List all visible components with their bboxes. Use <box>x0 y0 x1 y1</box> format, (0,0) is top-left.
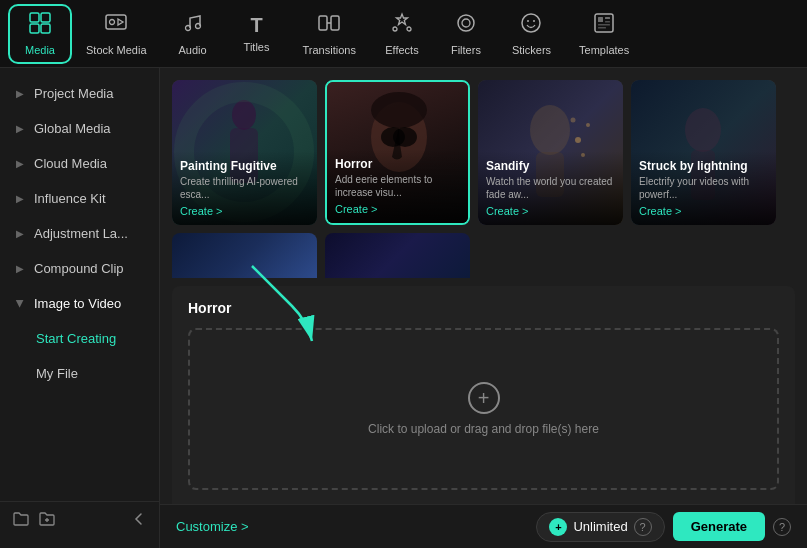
thumbnail-horror[interactable]: Horror Add eerie elements to increase vi… <box>325 80 470 225</box>
titles-icon: T <box>250 14 262 37</box>
nav-label-templates: Templates <box>579 44 629 56</box>
sidebar-item-global-media[interactable]: ▶ Global Media <box>0 111 159 146</box>
thumbnail-partial-1[interactable] <box>172 233 317 278</box>
nav-item-transitions[interactable]: Transitions <box>289 6 370 62</box>
upload-area[interactable]: + Click to upload or drag and drop file(… <box>188 328 779 490</box>
unlimited-help-icon[interactable]: ? <box>634 518 652 536</box>
arrow-icon: ▶ <box>16 88 24 99</box>
upload-text: Click to upload or drag and drop file(s)… <box>368 422 599 436</box>
svg-point-31 <box>575 137 581 143</box>
thumb-desc-painting: Create thrilling AI-powered esca... <box>180 175 309 201</box>
svg-rect-1 <box>41 13 50 22</box>
svg-point-11 <box>407 27 411 31</box>
svg-point-13 <box>462 19 470 27</box>
nav-label-effects: Effects <box>385 44 418 56</box>
thumb-create-lightning[interactable]: Create > <box>639 205 768 217</box>
svg-rect-2 <box>30 24 39 33</box>
upload-plus-icon: + <box>468 382 500 414</box>
svg-point-10 <box>393 27 397 31</box>
svg-point-15 <box>533 20 535 22</box>
thumbnail-struck-by-lightning[interactable]: Struck by lightning Electrify your video… <box>631 80 776 225</box>
nav-item-templates[interactable]: Templates <box>565 6 643 62</box>
thumbnails-row2 <box>160 233 807 286</box>
sidebar-item-adjustment-la[interactable]: ▶ Adjustment La... <box>0 216 159 251</box>
nav-label-transitions: Transitions <box>303 44 356 56</box>
audio-icon <box>182 12 204 40</box>
sidebar-item-cloud-media[interactable]: ▶ Cloud Media <box>0 146 159 181</box>
panel-title: Horror <box>188 300 779 316</box>
unlimited-label: Unlimited <box>573 519 627 534</box>
transitions-icon <box>318 12 340 40</box>
sidebar-subitem-start-creating[interactable]: Start Creating <box>0 321 159 356</box>
sidebar-label-adjustment-la: Adjustment La... <box>34 226 128 241</box>
sidebar-item-compound-clip[interactable]: ▶ Compound Clip <box>0 251 159 286</box>
thumbnail-painting-fugitive[interactable]: Painting Fugitive Create thrilling AI-po… <box>172 80 317 225</box>
nav-item-effects[interactable]: Effects <box>370 6 434 62</box>
thumb-overlay-horror: Horror Add eerie elements to increase vi… <box>327 149 468 223</box>
thumb-overlay-sandify: Sandify Watch the world you created fade… <box>478 151 623 225</box>
sidebar-item-image-to-video[interactable]: ▶ Image to Video <box>0 286 159 321</box>
thumbnail-partial-2[interactable] <box>325 233 470 278</box>
filters-icon <box>455 12 477 40</box>
svg-rect-9 <box>331 16 339 30</box>
sidebar-label-cloud-media: Cloud Media <box>34 156 107 171</box>
arrow-icon: ▶ <box>16 193 24 204</box>
footer-bar: Customize > + Unlimited ? Generate ? <box>160 504 807 548</box>
sidebar-item-influence-kit[interactable]: ▶ Influence Kit <box>0 181 159 216</box>
effects-icon <box>391 12 413 40</box>
media-icon <box>29 12 51 40</box>
nav-label-audio: Audio <box>178 44 206 56</box>
thumb-title-painting: Painting Fugitive <box>180 159 309 173</box>
top-nav: Media Stock Media Audio T Titles <box>0 0 807 68</box>
generate-button[interactable]: Generate <box>673 512 765 541</box>
svg-rect-8 <box>319 16 327 30</box>
thumbnail-sandify[interactable]: Sandify Watch the world you created fade… <box>478 80 623 225</box>
stock-media-icon <box>105 12 127 40</box>
customize-link[interactable]: Customize > <box>176 519 249 534</box>
nav-item-filters[interactable]: Filters <box>434 6 498 62</box>
folder-plus-icon[interactable] <box>38 510 56 532</box>
thumb-create-painting[interactable]: Create > <box>180 205 309 217</box>
content-area: Painting Fugitive Create thrilling AI-po… <box>160 68 807 548</box>
sidebar: ▶ Project Media ▶ Global Media ▶ Cloud M… <box>0 68 160 548</box>
arrow-icon: ▶ <box>16 123 24 134</box>
folder-icon[interactable] <box>12 510 30 532</box>
thumb-title-horror: Horror <box>335 157 460 171</box>
svg-rect-19 <box>605 21 610 23</box>
thumb-create-sandify[interactable]: Create > <box>486 205 615 217</box>
nav-item-titles[interactable]: T Titles <box>225 8 289 59</box>
generate-help-icon[interactable]: ? <box>773 518 791 536</box>
svg-point-29 <box>530 105 570 155</box>
svg-rect-21 <box>598 27 606 29</box>
nav-label-filters: Filters <box>451 44 481 56</box>
nav-item-stickers[interactable]: Stickers <box>498 6 565 62</box>
arrow-icon: ▶ <box>16 228 24 239</box>
sidebar-label-project-media: Project Media <box>34 86 113 101</box>
sidebar-item-project-media[interactable]: ▶ Project Media <box>0 76 159 111</box>
nav-item-media[interactable]: Media <box>8 4 72 64</box>
arrow-icon: ▶ <box>16 263 24 274</box>
sidebar-subitem-my-file[interactable]: My File <box>0 356 159 391</box>
nav-item-audio[interactable]: Audio <box>161 6 225 62</box>
main-content: ▶ Project Media ▶ Global Media ▶ Cloud M… <box>0 68 807 548</box>
sidebar-label-my-file: My File <box>36 366 78 381</box>
svg-point-35 <box>685 108 721 152</box>
nav-item-stock-media[interactable]: Stock Media <box>72 6 161 62</box>
svg-point-14 <box>527 20 529 22</box>
svg-point-22 <box>232 100 256 130</box>
collapse-sidebar-icon[interactable] <box>131 511 147 531</box>
arrow-icon: ▶ <box>16 158 24 169</box>
thumb-overlay-painting: Painting Fugitive Create thrilling AI-po… <box>172 151 317 225</box>
sidebar-label-global-media: Global Media <box>34 121 111 136</box>
svg-rect-18 <box>605 17 610 19</box>
svg-point-32 <box>586 123 590 127</box>
thumb-create-horror[interactable]: Create > <box>335 203 460 215</box>
arrow-icon: ▶ <box>15 300 26 308</box>
unlimited-button[interactable]: + Unlimited ? <box>536 512 664 542</box>
footer-right: + Unlimited ? Generate ? <box>536 512 791 542</box>
thumb-title-lightning: Struck by lightning <box>639 159 768 173</box>
nav-label-media: Media <box>25 44 55 56</box>
thumb-title-sandify: Sandify <box>486 159 615 173</box>
sidebar-label-start-creating: Start Creating <box>36 331 116 346</box>
nav-label-stickers: Stickers <box>512 44 551 56</box>
